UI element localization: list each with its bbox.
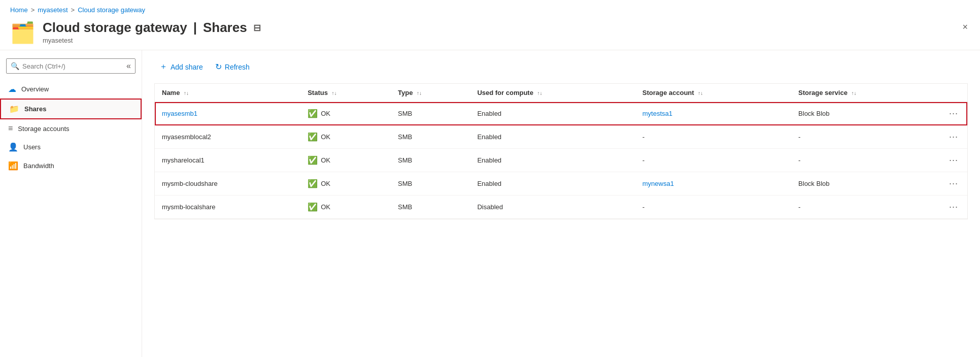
col-status-label: Status	[308, 89, 328, 96]
sidebar: 🔍 « ☁ Overview 📁 Shares ≡ Storage accoun…	[0, 50, 142, 357]
cell-type: SMB	[391, 149, 470, 172]
body-layout: 🔍 « ☁ Overview 📁 Shares ≡ Storage accoun…	[0, 50, 980, 357]
more-actions-button[interactable]: ···	[949, 178, 958, 189]
search-icon: 🔍	[11, 62, 19, 70]
cell-storage-account: -	[635, 196, 791, 219]
table-row[interactable]: mysharelocal1✅OKSMBEnabled--···	[155, 149, 967, 172]
check-icon: ✅	[308, 202, 318, 212]
section-name: Shares	[203, 20, 247, 36]
more-actions-button[interactable]: ···	[949, 202, 958, 212]
col-header-type[interactable]: Type ↑↓	[391, 84, 470, 102]
sidebar-item-overview[interactable]: ☁ Overview	[0, 80, 142, 99]
cell-compute: Enabled	[470, 102, 635, 125]
sidebar-item-label-users: Users	[23, 143, 41, 151]
shares-table: Name ↑↓ Status ↑↓ Type ↑↓	[155, 84, 967, 219]
breadcrumb-gateway[interactable]: Cloud storage gateway	[78, 6, 145, 14]
search-input[interactable]	[22, 62, 123, 70]
col-header-storage-account[interactable]: Storage account ↑↓	[635, 84, 791, 102]
cell-compute: Disabled	[470, 196, 635, 219]
col-header-status[interactable]: Status ↑↓	[300, 84, 391, 102]
cloud-icon: ☁	[8, 84, 16, 94]
cell-compute: Enabled	[470, 172, 635, 196]
header: 🗂️ Cloud storage gateway | Shares ⊟ myas…	[0, 18, 980, 50]
cell-more-actions: ···	[942, 149, 967, 172]
sidebar-item-shares[interactable]: 📁 Shares	[0, 99, 142, 119]
cell-storage-service: Block Blob	[791, 102, 942, 125]
refresh-icon: ↻	[215, 62, 222, 72]
col-status-sort[interactable]: ↑↓	[332, 90, 337, 96]
sidebar-item-bandwidth[interactable]: 📶 Bandwidth	[0, 156, 142, 175]
col-storage-sort[interactable]: ↑↓	[698, 90, 703, 96]
share-name-link[interactable]: myasesmb1	[162, 110, 197, 117]
header-subtitle: myasetest	[43, 37, 960, 44]
cell-status: ✅OK	[300, 196, 391, 219]
storage-icon: ≡	[8, 124, 13, 133]
refresh-label: Refresh	[225, 63, 250, 71]
cell-storage-service: -	[791, 196, 942, 219]
refresh-button[interactable]: ↻ Refresh	[210, 59, 255, 75]
search-box: 🔍 «	[6, 58, 136, 74]
more-actions-button[interactable]: ···	[949, 108, 958, 119]
breadcrumb: Home > myasetest > Cloud storage gateway	[0, 0, 980, 18]
col-header-name[interactable]: Name ↑↓	[155, 84, 300, 102]
cell-more-actions: ···	[942, 172, 967, 196]
cell-storage-service: -	[791, 149, 942, 172]
storage-account-link[interactable]: mytestsa1	[643, 110, 672, 117]
table-row[interactable]: myasesmblocal2✅OKSMBEnabled--···	[155, 125, 967, 149]
table-header: Name ↑↓ Status ↑↓ Type ↑↓	[155, 84, 967, 102]
col-header-actions	[942, 84, 967, 102]
check-icon: ✅	[308, 155, 318, 165]
cell-storage-account: -	[635, 149, 791, 172]
collapse-icon[interactable]: «	[126, 61, 131, 71]
table-row[interactable]: mysmb-localshare✅OKSMBDisabled--···	[155, 196, 967, 219]
col-name-label: Name	[162, 89, 180, 96]
table-row[interactable]: myasesmb1✅OKSMBEnabledmytestsa1Block Blo…	[155, 102, 967, 125]
cell-status: ✅OK	[300, 102, 391, 125]
add-share-button[interactable]: ＋ Add share	[154, 58, 208, 75]
sidebar-item-label-overview: Overview	[21, 85, 49, 93]
col-header-storage-service[interactable]: Storage service ↑↓	[791, 84, 942, 102]
col-name-sort[interactable]: ↑↓	[184, 90, 189, 96]
col-compute-label: Used for compute	[477, 89, 533, 96]
cell-storage-service: -	[791, 125, 942, 149]
col-header-compute[interactable]: Used for compute ↑↓	[470, 84, 635, 102]
col-compute-sort[interactable]: ↑↓	[537, 90, 543, 96]
sidebar-item-users[interactable]: 👤 Users	[0, 138, 142, 156]
cell-storage-account: mynewsa1	[635, 172, 791, 196]
bandwidth-icon: 📶	[8, 161, 18, 171]
folder-icon: 🗂️	[10, 21, 36, 45]
sidebar-item-label-storage: Storage accounts	[18, 125, 69, 133]
more-actions-button[interactable]: ···	[949, 155, 958, 166]
title-separator: |	[193, 20, 197, 36]
more-actions-button[interactable]: ···	[949, 132, 958, 142]
status-text: OK	[321, 180, 330, 187]
breadcrumb-home[interactable]: Home	[10, 6, 28, 14]
col-storage-label: Storage account	[643, 89, 694, 96]
breadcrumb-myasetest[interactable]: myasetest	[38, 6, 67, 14]
shares-table-container: Name ↑↓ Status ↑↓ Type ↑↓	[154, 83, 968, 219]
cell-name: myasesmb1	[155, 102, 300, 125]
add-icon: ＋	[159, 61, 167, 72]
print-icon[interactable]: ⊟	[253, 22, 261, 34]
cell-name: mysmb-cloudshare	[155, 172, 300, 196]
cell-more-actions: ···	[942, 102, 967, 125]
cell-more-actions: ···	[942, 125, 967, 149]
col-service-label: Storage service	[798, 89, 848, 96]
cell-status: ✅OK	[300, 172, 391, 196]
col-service-sort[interactable]: ↑↓	[852, 90, 857, 96]
status-text: OK	[321, 203, 330, 211]
cell-compute: Enabled	[470, 149, 635, 172]
main-content: ＋ Add share ↻ Refresh Name ↑↓	[142, 50, 980, 357]
sidebar-item-label-bandwidth: Bandwidth	[23, 162, 54, 170]
toolbar: ＋ Add share ↻ Refresh	[154, 58, 968, 75]
cell-type: SMB	[391, 196, 470, 219]
sidebar-item-storage-accounts[interactable]: ≡ Storage accounts	[0, 119, 142, 138]
add-share-label: Add share	[171, 63, 203, 71]
storage-account-link[interactable]: mynewsa1	[643, 180, 674, 187]
close-button[interactable]: ×	[960, 20, 970, 35]
col-type-sort[interactable]: ↑↓	[417, 90, 422, 96]
resource-name: Cloud storage gateway	[43, 20, 187, 36]
check-icon: ✅	[308, 179, 318, 188]
header-title: Cloud storage gateway | Shares ⊟	[43, 20, 960, 36]
table-row[interactable]: mysmb-cloudshare✅OKSMBEnabledmynewsa1Blo…	[155, 172, 967, 196]
